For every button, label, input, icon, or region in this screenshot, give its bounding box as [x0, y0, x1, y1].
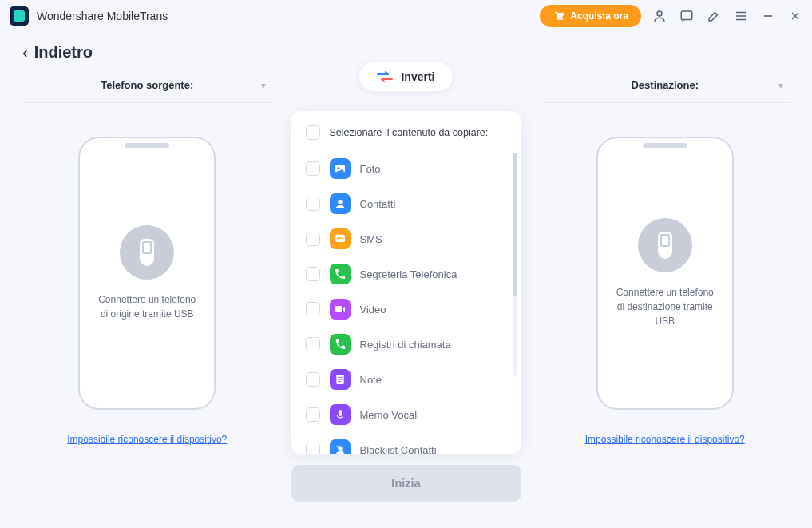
photo-icon [330, 158, 351, 179]
svg-point-3 [337, 167, 339, 169]
app-logo-icon [10, 6, 29, 26]
content-checkbox[interactable] [306, 302, 320, 316]
voicemail-icon [330, 264, 351, 284]
phone-notch-icon [643, 143, 687, 148]
destination-header-label: Destinazione: [631, 79, 699, 91]
sms-icon [330, 228, 351, 249]
app-title: Wondershare MobileTrans [37, 10, 168, 22]
content-checkbox[interactable] [306, 197, 320, 211]
titlebar: Wondershare MobileTrans Acquista ora [0, 0, 812, 32]
cart-icon [553, 10, 565, 22]
svg-rect-11 [339, 410, 342, 416]
content-item-voicemail[interactable]: Segreteria Telefonica [306, 256, 507, 292]
content-panel: Selezionare il contenuto da copiare: Fot… [291, 111, 521, 454]
content-item-video[interactable]: Video [306, 292, 507, 327]
svg-point-8 [341, 237, 343, 239]
buy-now-button[interactable]: Acquista ora [540, 5, 641, 27]
close-icon[interactable] [788, 9, 802, 23]
content-item-contacts[interactable]: Contatti [306, 186, 507, 221]
invert-button[interactable]: Inverti [358, 62, 453, 92]
source-help-link[interactable]: Impossibile riconoscere il dispositivo? [67, 434, 227, 445]
destination-help-link[interactable]: Impossibile riconoscere il dispositivo? [585, 434, 745, 445]
calllog-icon [330, 334, 351, 355]
destination-column: Destinazione: ▾ Connettere un telefono d… [541, 69, 790, 502]
blacklist-icon [330, 439, 351, 454]
invert-label: Inverti [401, 70, 434, 83]
phone-notch-icon [125, 143, 169, 148]
content-checkbox[interactable] [306, 407, 320, 422]
content-item-voicememo[interactable]: Memo Vocali [306, 397, 507, 432]
edit-icon[interactable] [707, 9, 721, 23]
swap-icon [377, 71, 393, 82]
account-icon[interactable] [652, 9, 667, 23]
content-item-label: Blacklist Contatti [360, 444, 437, 455]
content-item-label: Foto [360, 163, 381, 175]
content-item-calllog[interactable]: Registri di chiamata [306, 327, 507, 362]
contacts-icon [330, 193, 351, 214]
scrollbar-thumb[interactable] [513, 153, 517, 296]
feedback-icon[interactable] [679, 9, 694, 23]
content-item-sms[interactable]: SMS [306, 221, 507, 256]
svg-point-0 [657, 11, 662, 16]
back-label[interactable]: Indietro [34, 43, 93, 62]
notes-icon [330, 369, 351, 390]
source-phone-frame: Connettere un telefono di origine tramit… [78, 137, 216, 410]
svg-point-7 [339, 237, 341, 239]
content-checkbox[interactable] [306, 337, 320, 351]
source-header-label: Telefono sorgente: [101, 79, 193, 91]
svg-point-6 [337, 237, 339, 239]
destination-header: Destinazione: ▾ [541, 69, 790, 103]
video-icon [330, 299, 351, 320]
svg-point-4 [338, 200, 342, 204]
start-button[interactable]: Inizia [291, 465, 521, 502]
usb-icon [638, 218, 692, 272]
content-item-label: Registri di chiamata [360, 339, 451, 351]
scrollbar-track[interactable] [513, 153, 517, 376]
content-item-photo[interactable]: Foto [306, 151, 507, 186]
source-dropdown-chevron-icon[interactable]: ▾ [261, 80, 266, 91]
source-column: Telefono sorgente: ▾ Connettere un telef… [22, 69, 272, 502]
content-item-label: SMS [360, 233, 382, 245]
content-list[interactable]: FotoContattiSMSSegreteria TelefonicaVide… [306, 151, 515, 454]
destination-phone-text: Connettere un telefono di destinazione t… [614, 285, 716, 328]
content-item-label: Video [360, 304, 386, 316]
back-chevron-icon[interactable]: ‹ [22, 43, 28, 62]
panel-title: Selezionare il contenuto da copiare: [330, 127, 489, 138]
content-checkbox[interactable] [306, 232, 320, 246]
svg-rect-9 [335, 306, 342, 312]
content-item-label: Contatti [360, 198, 396, 210]
destination-dropdown-chevron-icon[interactable]: ▾ [778, 80, 783, 91]
usb-icon [120, 225, 174, 280]
content-item-label: Note [360, 374, 382, 386]
content-checkbox[interactable] [306, 372, 320, 387]
menu-icon[interactable] [734, 9, 748, 23]
voicememo-icon [330, 404, 351, 425]
select-all-checkbox[interactable] [306, 125, 320, 140]
content-item-label: Memo Vocali [360, 409, 419, 421]
content-checkbox[interactable] [306, 161, 320, 176]
content-item-blacklist[interactable]: Blacklist Contatti [306, 432, 507, 454]
content-item-notes[interactable]: Note [306, 362, 507, 397]
minimize-icon[interactable] [761, 9, 775, 23]
destination-phone-frame: Connettere un telefono di destinazione t… [596, 137, 734, 410]
center-column: Inverti Selezionare il contenuto da copi… [291, 69, 521, 502]
content-checkbox[interactable] [306, 443, 320, 454]
source-phone-text: Connettere un telefono di origine tramit… [98, 292, 196, 321]
buy-now-label: Acquista ora [570, 10, 628, 22]
source-header: Telefono sorgente: ▾ [22, 69, 272, 103]
content-checkbox[interactable] [306, 267, 320, 281]
svg-rect-1 [681, 11, 692, 20]
content-item-label: Segreteria Telefonica [360, 268, 457, 280]
